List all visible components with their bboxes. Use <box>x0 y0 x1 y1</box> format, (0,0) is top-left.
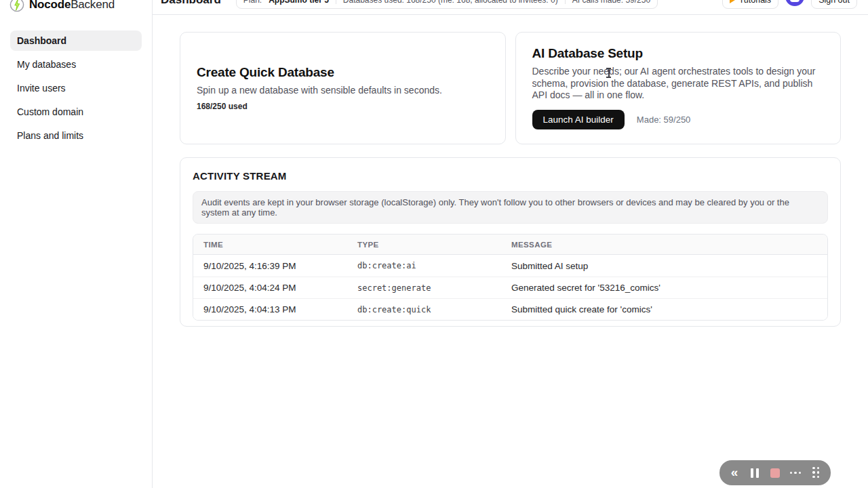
sidebar-item-invite-users[interactable]: Invite users <box>10 78 142 98</box>
divider <box>565 0 566 4</box>
quick-card-description: Spin up a new database with sensible def… <box>197 85 489 97</box>
launch-ai-builder-button[interactable]: Launch AI builder <box>532 110 625 129</box>
databases-used-text: Databases used: 168/250 (me: 168, alloca… <box>343 0 558 5</box>
cell-message: Submitted quick create for 'comics' <box>501 304 827 314</box>
sidebar-item-dashboard[interactable]: Dashboard <box>10 30 142 51</box>
table-row: 9/10/2025, 4:16:39 PM db:create:ai Submi… <box>193 255 827 277</box>
more-options-icon[interactable] <box>789 467 802 479</box>
ai-calls-text: AI calls made: 59/250 <box>572 0 650 5</box>
create-quick-database-card: Create Quick Database Spin up a new data… <box>180 32 506 144</box>
play-icon <box>730 0 735 3</box>
chat-widget-icon[interactable] <box>785 0 804 6</box>
sidebar-item-custom-domain[interactable]: Custom domain <box>10 102 142 122</box>
lightning-logo-icon <box>9 0 24 12</box>
pause-icon[interactable] <box>749 467 761 479</box>
table-row: 9/10/2025, 4:04:13 PM db:create:quick Su… <box>193 298 827 320</box>
quick-card-title: Create Quick Database <box>197 65 489 80</box>
table-row: 9/10/2025, 4:04:24 PM secret:generate Ge… <box>193 277 827 298</box>
plan-usage-pill: Plan: AppSumo tier 5 Databases used: 168… <box>236 0 658 9</box>
brand-name: NocodeBackend <box>29 0 115 12</box>
content-area: Create Quick Database Spin up a new data… <box>153 15 868 488</box>
main-column: Dashboard Plan: AppSumo tier 5 Databases… <box>153 0 868 488</box>
cell-time: 9/10/2025, 4:04:24 PM <box>193 283 347 293</box>
divider <box>336 0 336 4</box>
activity-table-header: TIME TYPE MESSAGE <box>193 235 827 255</box>
ai-database-setup-card: AI Database Setup Describe your needs; o… <box>515 32 842 144</box>
quick-card-usage: 168/250 used <box>197 102 489 111</box>
sidebar-item-my-databases[interactable]: My databases <box>10 54 142 75</box>
tutorials-label: Tutorials <box>739 0 771 5</box>
ai-card-actions: Launch AI builder Made: 59/250 <box>532 110 825 129</box>
col-header-message: MESSAGE <box>501 241 827 249</box>
sidebar-nav: Dashboard My databases Invite users Cust… <box>0 30 152 146</box>
brand-name-bold: Nocode <box>29 0 71 11</box>
sign-out-label: Sign out <box>818 0 850 5</box>
local-storage-notice: Audit events are kept in your browser st… <box>193 191 828 224</box>
brand-logo[interactable]: NocodeBackend <box>9 0 115 12</box>
activity-table: TIME TYPE MESSAGE 9/10/2025, 4:16:39 PM … <box>193 234 828 321</box>
col-header-type: TYPE <box>347 241 501 249</box>
app-root: NocodeBackend Dashboard My databases Inv… <box>0 0 868 488</box>
rewind-icon[interactable]: « <box>728 466 741 479</box>
ai-made-counter: Made: 59/250 <box>637 115 691 125</box>
cell-time: 9/10/2025, 4:04:13 PM <box>193 304 347 314</box>
activity-stream-card: ACTIVITY STREAM Audit events are kept in… <box>180 157 841 327</box>
cell-message: Generated secret for '53216_comics' <box>501 283 827 293</box>
drag-handle-icon[interactable] <box>810 467 822 479</box>
cards-row: Create Quick Database Spin up a new data… <box>180 32 841 144</box>
recorder-toolbar: « <box>719 460 831 485</box>
cell-type: db:create:ai <box>347 261 501 270</box>
col-header-time: TIME <box>193 241 347 249</box>
cell-message: Submitted AI setup <box>501 261 827 271</box>
ai-card-title: AI Database Setup <box>532 46 825 61</box>
page-title: Dashboard <box>161 0 221 7</box>
top-bar: Dashboard Plan: AppSumo tier 5 Databases… <box>153 0 868 15</box>
cell-type: secret:generate <box>347 283 501 293</box>
sidebar: NocodeBackend Dashboard My databases Inv… <box>0 0 153 488</box>
cell-type: db:create:quick <box>347 305 501 314</box>
activity-stream-title: ACTIVITY STREAM <box>193 170 828 182</box>
plan-label: Plan: <box>243 0 262 5</box>
sign-out-button[interactable]: Sign out <box>811 0 857 9</box>
plan-value: AppSumo tier 5 <box>269 0 329 5</box>
stop-icon[interactable] <box>769 467 781 479</box>
ai-card-description: Describe your needs; our AI agent orches… <box>532 66 825 102</box>
cell-time: 9/10/2025, 4:16:39 PM <box>193 261 347 271</box>
sidebar-item-plans-and-limits[interactable]: Plans and limits <box>10 125 142 146</box>
tutorials-button[interactable]: Tutorials <box>722 0 778 9</box>
brand-name-light: Backend <box>71 0 115 11</box>
